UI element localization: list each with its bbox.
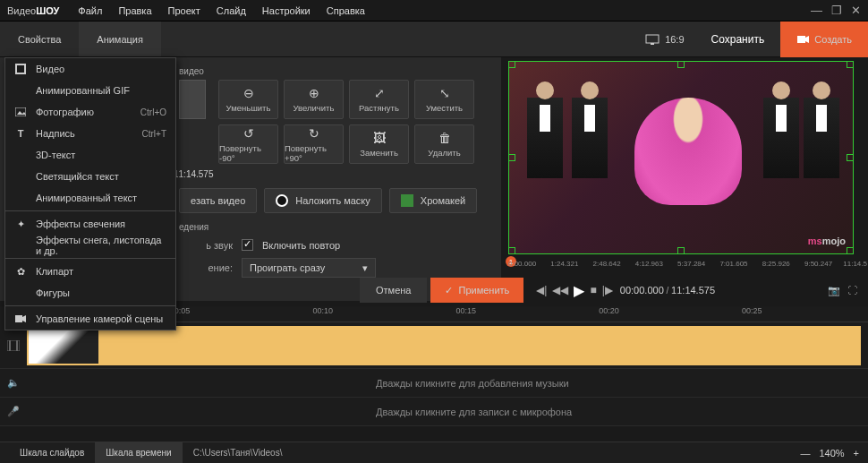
play-button[interactable]: ▶ [574, 282, 584, 299]
dd-3dtext[interactable]: 3D-текст [5, 144, 175, 166]
tab-properties[interactable]: Свойства [0, 21, 79, 56]
video-track-icon [0, 340, 27, 351]
fit-icon: ⤡ [439, 86, 450, 100]
zoom-out-icon[interactable]: — [800, 448, 810, 459]
thumbnail[interactable] [179, 80, 206, 119]
timeline-view-tab[interactable]: Шкала времени [95, 442, 182, 464]
dd-glowtext[interactable]: Светящийся текст [5, 166, 175, 187]
zoom-in-icon[interactable]: + [854, 448, 859, 459]
resize-handle[interactable] [847, 61, 854, 68]
menu-help[interactable]: Справка [319, 5, 373, 16]
timeline-clip[interactable] [27, 326, 861, 365]
preview-subject [634, 98, 742, 205]
mask-button[interactable]: Наложить маску [264, 188, 382, 213]
dd-camera[interactable]: Управление камерой сцены [5, 308, 175, 330]
chevron-down-icon: ▾ [362, 262, 368, 274]
replace-button[interactable]: 🖼Заменить [349, 124, 409, 164]
trash-icon: 🗑 [438, 131, 451, 145]
zoom-in-button[interactable]: ⊕Увеличить [284, 80, 344, 119]
delete-button[interactable]: 🗑Удалить [414, 124, 474, 164]
zoom-level: 140% [819, 448, 844, 459]
resize-handle[interactable] [847, 247, 854, 254]
dd-animtext[interactable]: Анимированный текст [5, 187, 175, 209]
next-frame-button[interactable]: |▶ [602, 284, 613, 296]
speaker-icon: 🔈 [0, 377, 27, 389]
svg-rect-1 [651, 43, 654, 45]
sparkle-icon: ✦ [14, 218, 27, 230]
preview-canvas[interactable]: msmojo [508, 61, 854, 254]
cancel-button[interactable]: Отмена [360, 278, 427, 303]
separator [5, 258, 175, 259]
music-track[interactable]: 🔈 Дважды кликните для добавления музыки [0, 369, 868, 398]
monitor-icon [645, 34, 660, 45]
snapshot-button[interactable]: 📷 [828, 285, 840, 296]
menu-settings[interactable]: Настройки [254, 5, 319, 16]
slides-view-tab[interactable]: Шкала слайдов [9, 442, 95, 464]
rotate-left-icon: ↺ [243, 126, 254, 141]
fullscreen-button[interactable]: ⛶ [847, 285, 857, 296]
rotate-right-button[interactable]: ↻Повернуть +90° [284, 124, 344, 164]
status-path: C:\Users\Таня\Videos\ [193, 448, 283, 458]
playback-label: ение: [179, 262, 233, 273]
dd-video[interactable]: Видео [5, 58, 175, 80]
film-icon [14, 63, 27, 75]
menu-edit[interactable]: Правка [110, 5, 159, 16]
resize-handle[interactable] [508, 247, 515, 254]
zoom-out-icon: ⊖ [243, 86, 254, 100]
close-icon[interactable]: ✕ [851, 4, 861, 17]
svg-rect-9 [16, 340, 18, 351]
separator [5, 305, 175, 306]
behavior-label: едения [179, 222, 489, 232]
resize-handle[interactable] [508, 154, 515, 161]
cut-video-button[interactable]: езать видео [179, 188, 257, 213]
dd-snowfx[interactable]: Эффекты снега, листопада и др. [5, 235, 175, 256]
dd-photo[interactable]: ФотографиюCtrl+O [5, 101, 175, 123]
video-label: видео [179, 66, 489, 76]
stretch-button[interactable]: ⤢Растянуть [349, 80, 409, 119]
chromakey-button[interactable]: Хромакей [389, 188, 477, 213]
resize-handle[interactable] [677, 61, 685, 68]
menu-file[interactable]: Файл [70, 5, 110, 16]
svg-rect-0 [646, 35, 659, 43]
restore-icon[interactable]: ❐ [831, 4, 842, 17]
create-button[interactable]: Создать [780, 21, 868, 57]
dd-glowfx[interactable]: ✦Эффекты свечения [5, 213, 175, 235]
mask-icon [276, 194, 288, 207]
playback-select[interactable]: Проиграть сразу▾ [242, 258, 376, 278]
repeat-label: Включить повтор [262, 240, 340, 251]
dd-gif[interactable]: Анимированный GIF [5, 80, 175, 101]
mic-track[interactable]: 🎤 Дважды кликните для записи с микрофона [0, 398, 868, 426]
rotate-right-icon: ↻ [309, 126, 319, 141]
apply-button[interactable]: ✓Применить [430, 278, 523, 303]
time-display: 00:00.000 / 11:14.575 [620, 285, 715, 296]
resize-handle[interactable] [677, 247, 685, 254]
fit-button[interactable]: ⤡Уместить [414, 80, 474, 119]
menu-slide[interactable]: Слайд [208, 5, 254, 16]
save-button[interactable]: Сохранить [695, 21, 781, 57]
minimize-icon[interactable]: — [811, 4, 822, 17]
svg-rect-2 [797, 36, 805, 43]
svg-rect-4 [17, 65, 24, 73]
rotate-left-button[interactable]: ↺Повернуть -90° [218, 124, 278, 164]
rewind-button[interactable]: ◀◀ [552, 284, 568, 296]
dd-caption[interactable]: TНадписьCtrl+T [5, 123, 175, 144]
stretch-icon: ⤢ [374, 86, 385, 100]
mic-icon: 🎤 [0, 406, 27, 417]
aspect-ratio[interactable]: 16:9 [634, 34, 694, 45]
zoom-out-button[interactable]: ⊖Уменьшить [218, 80, 278, 119]
resize-handle[interactable] [847, 154, 854, 161]
preview-ruler[interactable]: 1 0:00.000 1:24.321 2:48.642 4:12.963 5:… [508, 260, 861, 278]
clip-duration: 11:14.575 [174, 169, 489, 179]
separator [5, 210, 175, 211]
logo-b: ШОУ [36, 5, 59, 16]
dd-shapes[interactable]: Фигуры [5, 282, 175, 304]
prev-frame-button[interactable]: ◀| [536, 284, 547, 296]
resize-handle[interactable] [508, 61, 515, 68]
svg-rect-6 [15, 315, 22, 322]
dd-clipart[interactable]: ✿Клипарт [5, 261, 175, 282]
chroma-icon [401, 194, 413, 207]
tab-animation[interactable]: Анимация [79, 21, 161, 56]
menu-project[interactable]: Проект [160, 5, 208, 16]
repeat-checkbox[interactable] [242, 239, 253, 251]
stop-button[interactable]: ■ [590, 284, 596, 296]
